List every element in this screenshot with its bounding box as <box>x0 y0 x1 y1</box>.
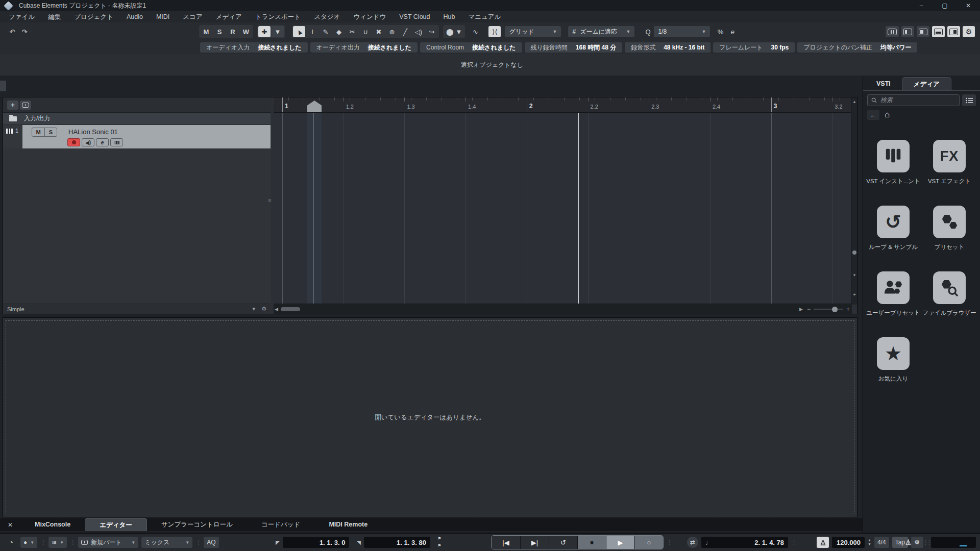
left-zone-alt-toggle[interactable] <box>917 26 929 37</box>
stop-button[interactable]: ■ <box>577 535 606 549</box>
left-locator-field[interactable]: 1. 1. 3. 0 <box>283 537 349 548</box>
instrument-track[interactable]: 1 M S HALion Sonic 01 ◀) e <box>3 125 271 148</box>
scrub-tool[interactable]: ↪ <box>426 26 438 37</box>
menu-item-スタジオ[interactable]: スタジオ <box>307 11 347 22</box>
right-zone-toggle[interactable] <box>947 26 960 37</box>
vertical-scrollbar[interactable]: ▲ ▼ + <box>851 97 857 305</box>
constrain-delay-compensation-icon[interactable]: ◔ <box>5 537 17 548</box>
close-lower-zone-icon[interactable]: ✕ <box>0 521 20 531</box>
global-m-button[interactable]: M <box>200 26 212 37</box>
lower-tab-エディター[interactable]: エディター <box>85 518 147 531</box>
menu-item-ファイル[interactable]: ファイル <box>2 11 41 22</box>
left-zone-toggle[interactable] <box>901 26 914 37</box>
crossfade-button[interactable]: ∿ <box>469 26 481 37</box>
minimize-button[interactable]: – <box>910 0 933 11</box>
iterative-quantize-button[interactable]: % <box>714 26 726 37</box>
track-controls-preset[interactable]: Simple <box>7 306 24 312</box>
add-track-button[interactable]: + <box>7 101 18 110</box>
zoom-out-button[interactable]: − <box>807 306 811 313</box>
menu-item-トランスポート[interactable]: トランスポート <box>249 11 307 22</box>
media-tile-fx-button[interactable]: FX <box>933 140 966 172</box>
time-format-note-icon[interactable]: ♩ <box>705 539 712 546</box>
lower-zone-toggle[interactable] <box>932 26 945 37</box>
menu-item-プロジェクト[interactable]: プロジェクト <box>67 11 120 22</box>
mute-tool[interactable]: ✖ <box>373 26 385 37</box>
zoom-in-button[interactable]: + <box>846 306 850 313</box>
color-menu-button[interactable]: ⬤ ▼ <box>444 26 464 37</box>
redo-button[interactable]: ↷ <box>18 26 31 37</box>
vertical-zoom-in[interactable]: + <box>851 291 857 297</box>
vertical-zoom-knob[interactable] <box>852 251 856 255</box>
range-select-tool[interactable]: I <box>306 26 318 37</box>
mute-button[interactable]: M <box>32 128 44 136</box>
left-locator-icon[interactable]: ◤ <box>276 539 280 546</box>
click-settings-gear-icon[interactable]: ⚙ <box>914 539 920 546</box>
event-display[interactable] <box>274 113 852 305</box>
snap-type-dropdown[interactable]: グリッド▼ <box>505 26 561 37</box>
menu-item-編集[interactable]: 編集 <box>41 11 67 22</box>
track-name[interactable]: HALion Sonic 01 <box>68 128 118 136</box>
menu-item-マニュアル[interactable]: マニュアル <box>461 11 507 22</box>
keyboard-zone-icon[interactable] <box>886 26 899 37</box>
right-zone-tab-メディア[interactable]: メディア <box>902 77 951 90</box>
common-record-modes-dropdown[interactable]: ●▼ <box>20 537 37 548</box>
tempo-field[interactable]: 120.000 <box>832 537 865 548</box>
right-zone-tab-VSTi[interactable]: VSTi <box>865 77 902 90</box>
click-settings-metronome-icon[interactable] <box>905 539 911 545</box>
metronome-click-button[interactable] <box>817 537 829 548</box>
time-signature-field[interactable]: 4/4 <box>874 537 889 548</box>
lower-tab-コードパッド[interactable]: コードパッド <box>247 518 314 531</box>
maximize-button[interactable]: ▢ <box>933 0 957 11</box>
global-w-button[interactable]: W <box>240 26 252 37</box>
midi-mix-mode-dropdown[interactable]: ミックス▼ <box>141 537 192 548</box>
solo-button[interactable]: S <box>44 128 57 136</box>
play-tool[interactable]: ◁) <box>412 26 425 37</box>
undo-button[interactable]: ↶ <box>6 26 18 37</box>
menu-item-メディア[interactable]: メディア <box>209 11 249 22</box>
lower-tab-MIDI Remote[interactable]: MIDI Remote <box>314 518 382 531</box>
quantize-preset-dropdown[interactable]: 1/8▼ <box>654 26 710 37</box>
media-tile-user-button[interactable] <box>877 271 910 304</box>
lower-tab-MixConsole[interactable]: MixConsole <box>20 518 85 531</box>
media-tile-loop-button[interactable]: ↺ <box>877 206 910 238</box>
zone-divider-grip[interactable]: ≡ <box>268 197 271 204</box>
scroll-right-arrow[interactable]: ▶ <box>799 307 803 312</box>
right-locator-icon[interactable]: ◥ <box>356 539 360 546</box>
record-button[interactable]: ○ <box>634 535 663 549</box>
play-button[interactable]: ▶ <box>606 535 634 549</box>
erase-tool[interactable]: ◆ <box>333 26 345 37</box>
media-tile-presets-button[interactable] <box>933 206 966 238</box>
track-preset-button[interactable] <box>20 101 31 110</box>
lower-tab-サンプラーコントロール[interactable]: サンプラーコントロール <box>147 518 247 531</box>
back-button[interactable]: ← <box>867 110 879 120</box>
goto-next-marker-button[interactable]: ▶| <box>520 535 549 549</box>
grid-interval-dropdown[interactable]: # ズームに適応▼ <box>568 26 634 37</box>
quantize-panel-button[interactable]: e <box>726 26 739 37</box>
media-tile-piano-button[interactable] <box>877 140 910 172</box>
media-tile-star-button[interactable]: ★ <box>877 337 910 370</box>
home-button[interactable]: ⌂ <box>885 110 890 120</box>
autoscroll-button[interactable]: ✚ <box>258 26 271 37</box>
glue-tool[interactable]: ∪ <box>359 26 372 37</box>
goto-previous-marker-button[interactable]: |◀ <box>492 535 520 549</box>
global-r-button[interactable]: R <box>227 26 239 37</box>
menu-item-VST Cloud[interactable]: VST Cloud <box>393 11 436 22</box>
scroll-down-arrow[interactable]: ▼ <box>851 273 857 278</box>
horizontal-scroll-thumb[interactable] <box>281 307 300 311</box>
timeline-ruler[interactable]: 11.21.31.422.22.32.433.2 <box>274 97 852 113</box>
punch-in-out-buttons[interactable]: ⚑⚑ <box>433 537 446 548</box>
edit-instrument-button[interactable] <box>110 138 123 146</box>
edit-channel-button[interactable]: e <box>96 138 109 146</box>
snap-toggle[interactable]: ⟩⟨ <box>488 26 501 37</box>
scroll-left-arrow[interactable]: ◀ <box>275 304 278 314</box>
midi-record-mode-dropdown[interactable]: 新規パート▼ <box>78 537 138 548</box>
auto-quantize-button[interactable]: AQ <box>204 537 218 548</box>
tempo-spinner[interactable]: ▲▼ <box>868 538 871 546</box>
menu-item-ウィンドウ[interactable]: ウィンドウ <box>347 11 393 22</box>
draw-tool[interactable]: ✎ <box>320 26 332 37</box>
line-tool[interactable]: ╱ <box>399 26 411 37</box>
primary-time-display[interactable]: ♩ 2. 1. 4. 78 <box>701 537 788 548</box>
horizontal-scrollbar[interactable]: ◀ ▶ − + <box>274 304 852 314</box>
cycle-marker[interactable] <box>307 101 322 113</box>
menu-item-Audio[interactable]: Audio <box>120 11 150 22</box>
